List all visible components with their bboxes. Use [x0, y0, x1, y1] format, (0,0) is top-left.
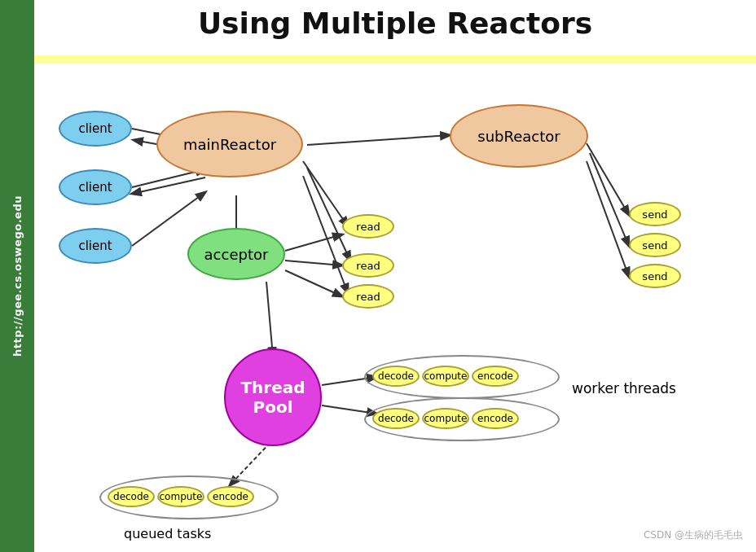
acceptor: acceptor [187, 228, 285, 280]
svg-line-4 [132, 192, 205, 246]
page-title: Using Multiple Reactors [34, 7, 756, 40]
read-2: read [342, 253, 394, 278]
svg-line-3 [132, 177, 205, 194]
sidebar-text: http://gee.cs.oswego.edu [11, 195, 24, 357]
worker-threads-label: worker threads [572, 379, 676, 399]
svg-line-8 [285, 270, 342, 296]
thread-pool: ThreadPool [224, 348, 322, 446]
main-reactor: mainReactor [156, 111, 303, 177]
svg-line-16 [266, 282, 273, 357]
diagram: client client client mainReactor subReac… [34, 64, 756, 552]
encode-2: encode [472, 408, 519, 429]
svg-line-12 [307, 135, 450, 145]
compute-1: compute [422, 366, 469, 387]
client-3: client [59, 228, 132, 264]
compute-queued: compute [157, 486, 204, 507]
svg-line-13 [587, 143, 629, 215]
svg-line-15 [587, 161, 629, 277]
sub-reactor: subReactor [450, 104, 588, 168]
svg-line-7 [285, 261, 342, 265]
svg-line-14 [590, 153, 629, 246]
decode-2: decode [372, 408, 420, 429]
read-3: read [342, 284, 394, 309]
top-bar [34, 55, 756, 64]
watermark: CSDN @生病的毛毛虫 [644, 528, 743, 542]
send-2: send [629, 233, 681, 257]
decode-queued: decode [108, 486, 155, 507]
sidebar: http://gee.cs.oswego.edu [0, 0, 34, 552]
compute-2: compute [422, 408, 469, 429]
svg-line-10 [307, 168, 350, 261]
svg-line-9 [303, 161, 348, 226]
svg-line-11 [303, 176, 348, 293]
client-1: client [59, 111, 132, 147]
queued-tasks-label: queued tasks [124, 526, 211, 541]
svg-line-6 [285, 234, 342, 251]
decode-1: decode [372, 366, 420, 387]
send-3: send [629, 264, 681, 288]
encode-1: encode [472, 366, 519, 387]
client-2: client [59, 169, 132, 205]
encode-queued: encode [207, 486, 254, 507]
send-1: send [629, 202, 681, 226]
read-1: read [342, 214, 394, 239]
